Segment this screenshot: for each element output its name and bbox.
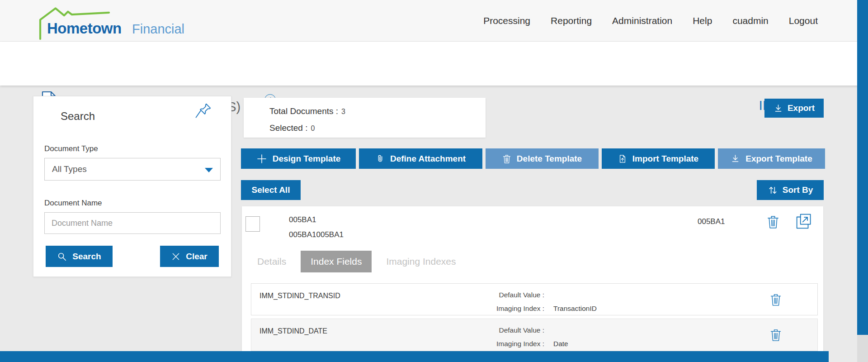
index-field-row: IMM_STDIND_TRANSID Default Value : Imagi… bbox=[251, 283, 818, 315]
up-down-arrows-icon bbox=[768, 185, 778, 195]
document-type-label: Document Type bbox=[44, 144, 98, 153]
open-external-icon bbox=[795, 213, 812, 230]
selected-documents: Selected :0 bbox=[269, 123, 315, 133]
magnifier-icon bbox=[57, 252, 67, 262]
index-field-name: IMM_STDIND_TRANSID bbox=[259, 292, 340, 300]
nav-item-reporting[interactable]: Reporting bbox=[551, 15, 592, 26]
plus-icon bbox=[256, 153, 267, 164]
document-type-code: 005BA1 bbox=[698, 217, 725, 226]
footer-bar bbox=[0, 351, 829, 362]
paperclip-icon bbox=[376, 154, 385, 164]
default-value-label: Default Value : bbox=[486, 326, 544, 334]
selected-count: 0 bbox=[311, 124, 315, 132]
clear-button[interactable]: Clear bbox=[160, 246, 219, 267]
select-all-button[interactable]: Select All bbox=[241, 180, 301, 200]
summary-card: Total Documents :3 Selected :0 bbox=[244, 98, 486, 138]
tab-imaging-indexes[interactable]: Imaging Indexes bbox=[376, 251, 466, 272]
total-documents-count: 3 bbox=[341, 108, 345, 115]
index-field-row: IMM_STDIND_DATE Default Value : Imaging … bbox=[251, 319, 818, 351]
title-bar: Document Maintenance (RTS) i IMM eSign bbox=[0, 42, 868, 86]
logo[interactable]: Hometown Financial bbox=[36, 5, 226, 40]
vertical-scrollbar[interactable] bbox=[857, 0, 868, 362]
import-template-button[interactable]: Import Template bbox=[602, 148, 715, 169]
export-template-button[interactable]: Export Template bbox=[718, 148, 825, 169]
document-subname: 005BA1005BA1 bbox=[289, 230, 344, 239]
x-icon bbox=[171, 252, 180, 261]
sort-by-button[interactable]: Sort By bbox=[757, 180, 824, 200]
trash-icon bbox=[766, 214, 780, 230]
imaging-index-label: Imaging Index : bbox=[486, 305, 544, 313]
document-type-select[interactable]: All Types bbox=[44, 158, 221, 181]
imaging-index-value: Date bbox=[553, 340, 568, 348]
default-value-label: Default Value : bbox=[486, 291, 544, 299]
nav-item-processing[interactable]: Processing bbox=[483, 15, 530, 26]
trash-icon bbox=[769, 290, 782, 310]
pushpin-icon[interactable] bbox=[194, 100, 214, 121]
document-checkbox[interactable] bbox=[245, 216, 260, 232]
delete-document-button[interactable] bbox=[766, 214, 780, 231]
main-nav: Processing Reporting Administration Help… bbox=[483, 0, 818, 42]
trash-icon bbox=[502, 154, 511, 164]
open-document-button[interactable] bbox=[795, 213, 812, 231]
document-name-input[interactable] bbox=[44, 212, 221, 234]
page: Hometown Financial Processing Reporting … bbox=[0, 0, 868, 362]
search-panel: Search Document Type All Types Document … bbox=[33, 96, 231, 277]
total-documents: Total Documents :3 bbox=[269, 106, 345, 116]
trash-icon bbox=[769, 325, 782, 345]
chevron-down-icon bbox=[205, 168, 213, 172]
template-actions: Design Template Define Attachment Delete… bbox=[241, 148, 825, 169]
document-type-value: All Types bbox=[52, 164, 87, 174]
scrollbar-thumb[interactable] bbox=[857, 0, 868, 335]
document-tabs: Details Index Fields Imaging Indexes bbox=[257, 251, 466, 272]
index-field-name: IMM_STDIND_DATE bbox=[259, 327, 327, 335]
tab-index-fields[interactable]: Index Fields bbox=[301, 251, 372, 272]
download-icon bbox=[774, 104, 783, 113]
delete-template-button[interactable]: Delete Template bbox=[486, 148, 599, 169]
design-template-button[interactable]: Design Template bbox=[241, 148, 356, 169]
top-nav: Hometown Financial Processing Reporting … bbox=[0, 0, 868, 42]
search-panel-heading: Search bbox=[61, 110, 95, 123]
document-name-label: Document Name bbox=[44, 199, 102, 208]
document-name: 005BA1 bbox=[289, 215, 316, 224]
page-upload-icon bbox=[618, 154, 627, 164]
document-card: 005BA1 005BA1005BA1 005BA1 Details Index… bbox=[242, 206, 823, 351]
imaging-index-label: Imaging Index : bbox=[486, 340, 544, 348]
nav-item-administration[interactable]: Administration bbox=[612, 15, 672, 26]
imaging-index-value: TransactionID bbox=[553, 305, 597, 313]
nav-item-logout[interactable]: Logout bbox=[789, 15, 818, 26]
logo-subtext: Financial bbox=[132, 22, 184, 37]
search-button[interactable]: Search bbox=[46, 246, 113, 267]
delete-index-field-button[interactable] bbox=[769, 290, 782, 311]
define-attachment-button[interactable]: Define Attachment bbox=[359, 148, 482, 169]
download-icon bbox=[731, 154, 740, 163]
tab-details[interactable]: Details bbox=[257, 251, 296, 272]
logo-text: Hometown bbox=[47, 20, 122, 37]
nav-item-cuadmin[interactable]: cuadmin bbox=[732, 15, 768, 26]
delete-index-field-button[interactable] bbox=[769, 325, 782, 346]
nav-item-help[interactable]: Help bbox=[693, 15, 712, 26]
export-button[interactable]: Export bbox=[764, 99, 824, 118]
